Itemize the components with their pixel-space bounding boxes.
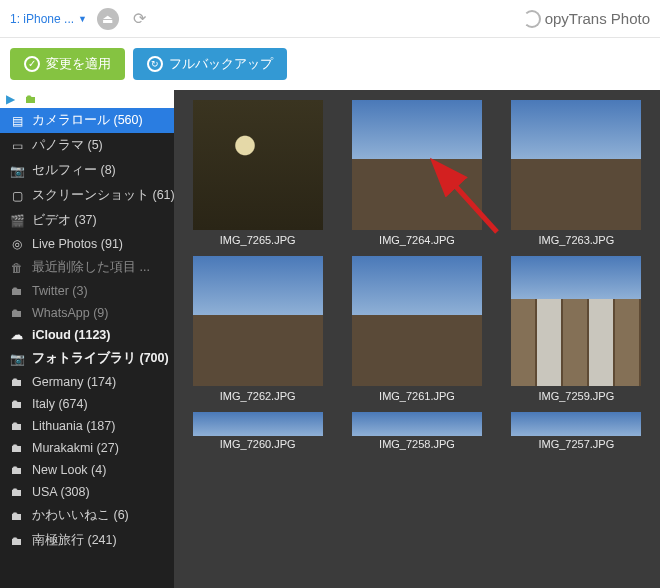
thumbnail-label: IMG_7263.JPG	[538, 234, 614, 246]
thumbnail-image	[352, 100, 482, 230]
sidebar-item[interactable]: 🖿かわいいねこ (6)	[0, 503, 174, 528]
sidebar-item[interactable]: 🖿Murakakmi (27)	[0, 437, 174, 459]
sidebar-item-label: スクリーンショット (61)	[32, 187, 174, 204]
sidebar-item-label: Germany (174)	[32, 375, 116, 389]
thumbnail-grid: IMG_7265.JPGIMG_7264.JPGIMG_7263.JPGIMG_…	[188, 100, 646, 450]
folder-icon: 🖿	[10, 441, 24, 455]
sidebar-item[interactable]: 🖿Italy (674)	[0, 393, 174, 415]
sidebar-item[interactable]: 🖿南極旅行 (241)	[0, 528, 174, 553]
camera-icon: 📷	[10, 164, 24, 178]
sidebar-item[interactable]: 🖿WhatsApp (9)	[0, 302, 174, 324]
sidebar-item[interactable]: ▢スクリーンショット (61)	[0, 183, 174, 208]
thumbnail-image	[352, 412, 482, 436]
sidebar-item[interactable]: 🖿New Look (4)	[0, 459, 174, 481]
thumbnail-image	[193, 100, 323, 230]
sidebar-item[interactable]: 🗑最近削除した項目 ...	[0, 255, 174, 280]
thumbnail[interactable]: IMG_7263.JPG	[507, 100, 646, 246]
thumbnail-label: IMG_7264.JPG	[379, 234, 455, 246]
thumbnail-label: IMG_7265.JPG	[220, 234, 296, 246]
folder-icon: 🖿	[10, 306, 24, 320]
sidebar-item[interactable]: 🖿Twitter (3)	[0, 280, 174, 302]
folder-icon: 🖿	[10, 419, 24, 433]
chevron-down-icon: ▼	[78, 14, 87, 24]
device-select[interactable]: 1: iPhone ... ▼	[10, 12, 87, 26]
thumbnail-image	[193, 412, 323, 436]
sidebar-item-label: かわいいねこ (6)	[32, 507, 129, 524]
device-label: 1: iPhone ...	[10, 12, 74, 26]
apply-changes-button[interactable]: ✓ 変更を適用	[10, 48, 125, 80]
sidebar-item[interactable]: ▤カメラロール (560)	[0, 108, 174, 133]
video-icon: 🎬	[10, 214, 24, 228]
thumbnail-label: IMG_7261.JPG	[379, 390, 455, 402]
sidebar-item-label: フォトライブラリ (700)	[32, 350, 169, 367]
apply-label: 変更を適用	[46, 55, 111, 73]
sidebar-item[interactable]: 🖿Lithuania (187)	[0, 415, 174, 437]
trash-icon: 🗑	[10, 261, 24, 275]
sidebar: ▶ 🖿 ▤カメラロール (560)▭パノラマ (5)📷セルフィー (8)▢スクリ…	[0, 90, 174, 588]
thumbnail-image	[511, 100, 641, 230]
history-icon: ↻	[147, 56, 163, 72]
sidebar-item[interactable]: 📷セルフィー (8)	[0, 158, 174, 183]
thumbnail-label: IMG_7258.JPG	[379, 438, 455, 450]
sidebar-item-label: パノラマ (5)	[32, 137, 103, 154]
topbar: 1: iPhone ... ▼ ⏏ ⟳ opyTrans Photo	[0, 0, 660, 38]
content: IMG_7265.JPGIMG_7264.JPGIMG_7263.JPGIMG_…	[174, 90, 660, 588]
sidebar-tabs: ▶ 🖿	[0, 90, 174, 108]
screenshot-icon: ▢	[10, 189, 24, 203]
sidebar-list: ▤カメラロール (560)▭パノラマ (5)📷セルフィー (8)▢スクリーンショ…	[0, 108, 174, 588]
sidebar-item[interactable]: 🖿Germany (174)	[0, 371, 174, 393]
main: ▶ 🖿 ▤カメラロール (560)▭パノラマ (5)📷セルフィー (8)▢スクリ…	[0, 90, 660, 588]
eject-button[interactable]: ⏏	[97, 8, 119, 30]
sidebar-item-label: WhatsApp (9)	[32, 306, 108, 320]
thumbnail-label: IMG_7262.JPG	[220, 390, 296, 402]
check-circle-icon: ✓	[24, 56, 40, 72]
full-backup-button[interactable]: ↻ フルバックアップ	[133, 48, 287, 80]
sidebar-item[interactable]: 📷フォトライブラリ (700)	[0, 346, 174, 371]
brand: opyTrans Photo	[523, 10, 650, 28]
folder-icon: 🖿	[10, 397, 24, 411]
brand-text: opyTrans Photo	[545, 10, 650, 27]
sidebar-item[interactable]: ▭パノラマ (5)	[0, 133, 174, 158]
brand-logo-icon	[523, 10, 541, 28]
folder-icon: 🖿	[10, 534, 24, 548]
thumbnail-image	[511, 256, 641, 386]
sidebar-item[interactable]: 🖿USA (308)	[0, 481, 174, 503]
sidebar-item-label: New Look (4)	[32, 463, 106, 477]
thumbnail-image	[352, 256, 482, 386]
thumbnail[interactable]: IMG_7262.JPG	[188, 256, 327, 402]
album-icon: ▤	[10, 114, 24, 128]
thumbnail-image	[193, 256, 323, 386]
sidebar-item-label: Live Photos (91)	[32, 237, 123, 251]
folder-icon: 🖿	[10, 375, 24, 389]
thumbnail[interactable]: IMG_7258.JPG	[347, 412, 486, 450]
camera-icon: 📷	[10, 352, 24, 366]
sidebar-item[interactable]: 🎬ビデオ (37)	[0, 208, 174, 233]
sidebar-item-label: 最近削除した項目 ...	[32, 259, 150, 276]
thumbnail-label: IMG_7260.JPG	[220, 438, 296, 450]
actionbar: ✓ 変更を適用 ↻ フルバックアップ	[0, 38, 660, 90]
thumbnail[interactable]: IMG_7257.JPG	[507, 412, 646, 450]
sidebar-item-label: ビデオ (37)	[32, 212, 97, 229]
sidebar-item-label: iCloud (1123)	[32, 328, 111, 342]
refresh-button[interactable]: ⟳	[129, 8, 151, 30]
panorama-icon: ▭	[10, 139, 24, 153]
sidebar-item-label: 南極旅行 (241)	[32, 532, 117, 549]
thumbnail[interactable]: IMG_7264.JPG	[347, 100, 486, 246]
live-icon: ◎	[10, 237, 24, 251]
thumbnail[interactable]: IMG_7261.JPG	[347, 256, 486, 402]
folder-icon: 🖿	[10, 284, 24, 298]
play-tab-icon[interactable]: ▶	[6, 92, 15, 106]
picture-tab-icon[interactable]: 🖿	[25, 92, 37, 106]
sidebar-item-label: Lithuania (187)	[32, 419, 115, 433]
thumbnail[interactable]: IMG_7260.JPG	[188, 412, 327, 450]
thumbnail[interactable]: IMG_7259.JPG	[507, 256, 646, 402]
thumbnail[interactable]: IMG_7265.JPG	[188, 100, 327, 246]
sidebar-item-label: Italy (674)	[32, 397, 88, 411]
sidebar-item-label: Murakakmi (27)	[32, 441, 119, 455]
sidebar-item[interactable]: ☁iCloud (1123)	[0, 324, 174, 346]
sidebar-item[interactable]: ◎Live Photos (91)	[0, 233, 174, 255]
sidebar-item-label: USA (308)	[32, 485, 90, 499]
thumbnail-image	[511, 412, 641, 436]
thumbnail-label: IMG_7259.JPG	[538, 390, 614, 402]
folder-icon: 🖿	[10, 485, 24, 499]
